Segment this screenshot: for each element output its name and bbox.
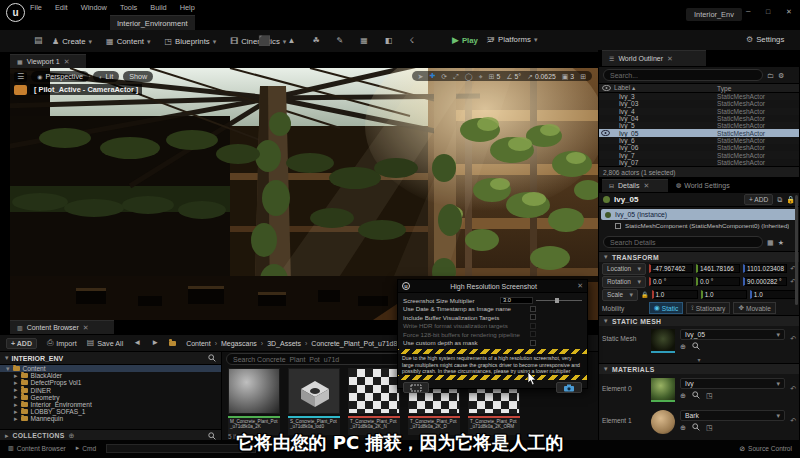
viewport-tab-close-icon[interactable]: ✕ xyxy=(64,58,70,66)
reset-material-icon[interactable]: ↶ xyxy=(790,385,796,393)
reset-material-icon[interactable]: ↶ xyxy=(790,417,796,425)
menu-edit[interactable]: Edit xyxy=(55,3,68,12)
browse-to-asset-icon[interactable] xyxy=(692,342,700,350)
outliner-settings-icon[interactable]: ⚙ xyxy=(778,72,784,79)
breadcrumb-item[interactable]: Concrete_Plant_Pot_u71d8k0a xyxy=(311,340,408,347)
outliner-search-input[interactable] xyxy=(603,69,763,81)
foliage-mode-icon[interactable]: ☘ xyxy=(312,37,319,45)
location-dropdown[interactable]: Location▾ xyxy=(602,263,646,275)
grid-snap-control[interactable]: ⊞5 xyxy=(489,73,501,80)
blueprint-convert-icon[interactable]: ⧉ xyxy=(777,196,782,203)
display-filter-icon[interactable]: ▦ xyxy=(767,239,774,246)
world-outliner-tab[interactable]: ☰ World Outliner ✕ xyxy=(602,50,706,66)
breadcrumb-item[interactable]: Megascans xyxy=(221,340,257,347)
lit-mode-selector[interactable]: ◐ Lit xyxy=(93,71,119,82)
rotation-z-field[interactable]: 90.000282 ° xyxy=(743,277,787,286)
add-component-button[interactable]: + ADD xyxy=(744,194,773,205)
use-selected-icon[interactable]: ⊕ xyxy=(680,424,686,431)
outliner-row[interactable]: Ivy_4StaticMeshActor xyxy=(599,108,799,115)
specify-capture-region-button[interactable] xyxy=(403,382,429,393)
details-search-input[interactable] xyxy=(603,236,763,248)
location-z-field[interactable]: 1101.023408 xyxy=(743,264,787,273)
type-column-header[interactable]: Type xyxy=(717,85,731,92)
material-dropdown-ivy[interactable]: Ivy▾ xyxy=(680,378,785,389)
material-dropdown-bark[interactable]: Bark▾ xyxy=(680,410,785,421)
menu-build[interactable]: Build xyxy=(150,3,166,12)
edit-material-icon[interactable]: ◳ xyxy=(706,392,713,399)
eye-icon[interactable] xyxy=(602,85,611,91)
viewport-tab[interactable]: ▦ Viewport 1 ✕ xyxy=(10,54,86,68)
tree-item[interactable]: ▸BlackAlder xyxy=(0,372,221,379)
world-outliner-close-icon[interactable]: ✕ xyxy=(667,55,673,63)
location-x-field[interactable]: -47.967462 xyxy=(649,264,693,273)
mobility-stationary-button[interactable]: ⟟Stationary xyxy=(686,302,730,314)
use-selected-icon[interactable]: ⊕ xyxy=(680,392,686,399)
scale-y-field[interactable]: 1.0 xyxy=(701,290,747,299)
material-thumbnail-ivy[interactable] xyxy=(651,378,675,402)
fracture-mode-icon[interactable]: ▦ xyxy=(360,37,368,45)
cb-add-button[interactable]: + ADD xyxy=(6,338,37,349)
perspective-selector[interactable]: ◉ Perspective xyxy=(31,71,89,82)
settings-button[interactable]: ⚙ Settings xyxy=(746,35,784,44)
back-icon[interactable]: ◄ xyxy=(133,339,141,347)
asset-tile[interactable]: M_Concrete_Plant_Pot_u71d8k0a_2K xyxy=(226,366,282,435)
favorites-icon[interactable]: ★ xyxy=(778,239,784,246)
reset-static-mesh-icon[interactable]: ↶ xyxy=(790,335,796,343)
content-button[interactable]: ▦Content▾ xyxy=(106,37,150,46)
tree-item[interactable]: ▸Geometry xyxy=(0,394,221,401)
materials-header[interactable]: MATERIALS xyxy=(612,366,655,373)
sources-header[interactable]: INTERIOR_ENV xyxy=(12,355,64,362)
menu-tools[interactable]: Tools xyxy=(120,3,137,12)
maximize-viewport-icon[interactable]: ⊞ xyxy=(580,73,586,80)
scale-lock-icon[interactable]: 🔒 xyxy=(641,292,649,298)
scale-snap-control[interactable]: ↗0.0625 xyxy=(527,73,556,80)
world-space-icon[interactable]: ◯ xyxy=(465,73,473,80)
outliner-row[interactable]: Ivy_06StaticMeshActor xyxy=(599,144,799,151)
save-all-button[interactable]: ▤Save All xyxy=(87,339,124,348)
tree-item-content[interactable]: ▾Content xyxy=(0,365,221,372)
menu-window[interactable]: Window xyxy=(81,3,107,12)
static-mesh-thumbnail[interactable] xyxy=(651,329,675,353)
label-column-header[interactable]: Label ▴ xyxy=(614,84,635,92)
buffer-targets-checkbox[interactable] xyxy=(530,314,536,320)
show-menu[interactable]: Show xyxy=(123,71,153,82)
scale-dropdown[interactable]: Scale▾ xyxy=(602,289,638,301)
dialog-close-icon[interactable]: ✕ xyxy=(577,282,583,290)
tree-item[interactable]: ▸Mannequin xyxy=(0,415,221,422)
blueprints-button[interactable]: ◳Blueprints▾ xyxy=(164,37,216,46)
rotation-y-field[interactable]: 0.0 ° xyxy=(696,277,740,286)
play-button[interactable]: ▶ Play ⋮ xyxy=(452,35,491,45)
timestamp-checkbox[interactable] xyxy=(530,306,536,312)
rotate-tool-icon[interactable]: ⟳ xyxy=(441,73,447,80)
brush-edit-mode-icon[interactable]: ◧ xyxy=(385,37,393,45)
platforms-button[interactable]: 🖳 Platforms▾ xyxy=(487,35,537,44)
landscape-mode-icon[interactable]: ▲ xyxy=(287,37,295,45)
outliner-row[interactable]: Ivy_07StaticMeshActor xyxy=(599,159,799,166)
content-browser-tab[interactable]: ▥ Content Browser ✕ xyxy=(10,320,114,334)
modes-select-icon[interactable]: ⬛ xyxy=(258,35,270,46)
move-tool-icon[interactable]: ✚ xyxy=(429,72,435,80)
static-mesh-header[interactable]: STATIC MESH xyxy=(612,318,661,325)
eye-icon[interactable] xyxy=(601,130,610,136)
surface-snap-icon[interactable]: ⌖ xyxy=(479,73,483,80)
tree-item[interactable]: ▸DINER xyxy=(0,387,221,394)
details-tab-close-icon[interactable]: ✕ xyxy=(643,182,649,190)
search-icon[interactable] xyxy=(208,354,216,362)
asset-tile[interactable]: T_Concrete_Plant_Pot_u71d8k0a_2K_N xyxy=(346,366,402,435)
level-tab[interactable]: Interior_Environment xyxy=(110,15,195,30)
rotation-snap-control[interactable]: ∠5° xyxy=(506,73,521,80)
multiplier-value-field[interactable]: 3.0 xyxy=(500,297,533,304)
outliner-row[interactable]: Ivy_7StaticMeshActor xyxy=(599,151,799,158)
edit-material-icon[interactable]: ◳ xyxy=(706,424,713,431)
breadcrumb-item[interactable]: 3D_Assets xyxy=(267,340,301,347)
outliner-row[interactable]: Ivy_6StaticMeshActor xyxy=(599,137,799,144)
details-tab[interactable]: ⊟ Details ✕ xyxy=(602,179,668,192)
scale-tool-icon[interactable]: ⤢ xyxy=(453,73,459,80)
menu-file[interactable]: File xyxy=(30,3,42,12)
content-browser-close-icon[interactable]: ✕ xyxy=(83,324,89,332)
select-tool-icon[interactable]: ➤ xyxy=(418,73,424,80)
mobility-movable-button[interactable]: ✥Movable xyxy=(733,302,775,314)
rotation-x-field[interactable]: 0.0 ° xyxy=(649,277,693,286)
world-settings-tab[interactable]: ◍ World Settings xyxy=(676,182,730,189)
lock-icon[interactable]: 🔒 xyxy=(786,196,795,203)
